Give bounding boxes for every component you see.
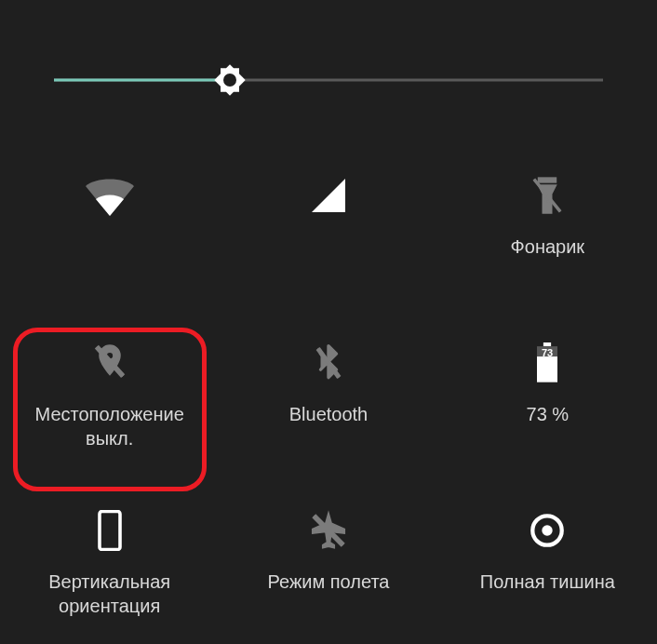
signal-icon	[308, 169, 349, 221]
svg-rect-11	[537, 356, 557, 382]
tile-signal[interactable]	[219, 145, 437, 313]
tile-rotation[interactable]: Вертикальная ориентация	[0, 480, 219, 644]
tile-bluetooth[interactable]: Bluetooth	[219, 313, 437, 480]
tile-torch[interactable]: Фонарик	[438, 145, 657, 313]
flashlight-icon	[530, 169, 565, 221]
tile-airplane[interactable]: Режим полета	[219, 480, 437, 644]
tile-battery[interactable]: 73 73 %	[438, 313, 657, 480]
tile-label: Режим полета	[268, 570, 390, 594]
quick-settings-panel: Фонарик Местоположение выкл. Bl	[0, 0, 657, 644]
svg-rect-12	[100, 511, 120, 549]
tile-label: Bluetooth	[289, 402, 369, 426]
airplane-off-icon	[308, 504, 349, 557]
tile-location[interactable]: Местоположение выкл.	[0, 313, 219, 480]
tile-label: 73 %	[527, 402, 570, 426]
do-not-disturb-icon	[529, 504, 566, 557]
tiles-grid: Фонарик Местоположение выкл. Bl	[0, 145, 657, 644]
slider-thumb[interactable]	[209, 60, 250, 101]
location-off-icon	[91, 337, 128, 389]
bluetooth-off-icon	[313, 337, 344, 389]
tile-dnd[interactable]: Полная тишина	[438, 480, 657, 644]
brightness-icon	[211, 61, 248, 99]
battery-value: 73	[542, 347, 553, 358]
tile-wifi[interactable]	[0, 145, 219, 313]
tile-label: Местоположение выкл.	[35, 402, 184, 450]
wifi-icon	[84, 169, 136, 221]
tile-label: Фонарик	[511, 235, 585, 259]
tile-label: Вертикальная ориентация	[48, 570, 170, 618]
battery-icon: 73	[533, 337, 561, 389]
svg-rect-1	[539, 178, 556, 182]
slider-track-fill	[54, 79, 230, 82]
portrait-orientation-icon	[96, 504, 124, 557]
brightness-slider[interactable]	[54, 71, 603, 89]
svg-rect-9	[543, 342, 551, 346]
svg-point-0	[223, 74, 236, 87]
svg-point-16	[543, 525, 553, 535]
tile-label: Полная тишина	[480, 570, 615, 594]
